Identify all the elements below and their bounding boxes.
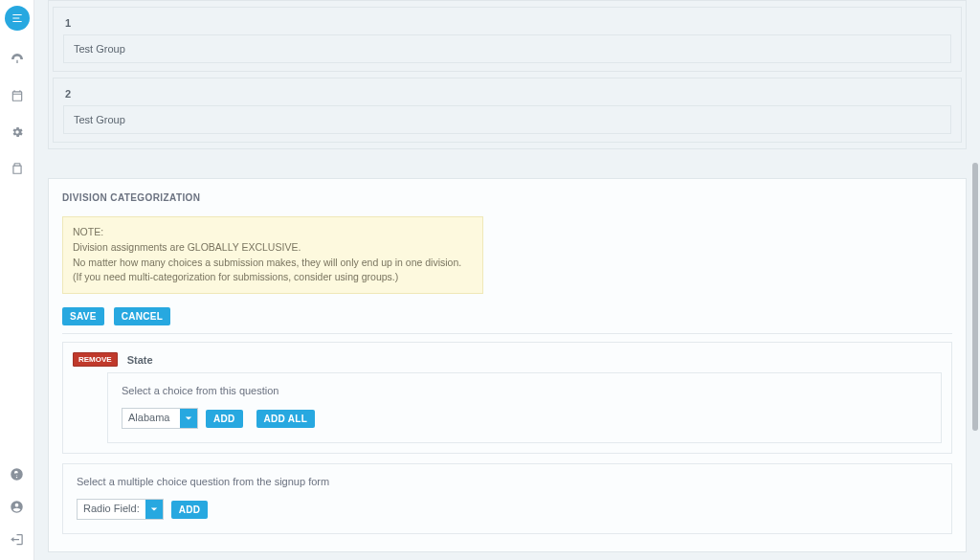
choice-label: Select a choice from this question — [122, 385, 927, 396]
note-line: No matter how many choices a submission … — [73, 256, 473, 271]
note-line: Division assignments are GLOBALLY EXCLUS… — [73, 240, 473, 256]
dashboard-icon[interactable] — [6, 48, 29, 71]
question-label: Select a multiple choice question from t… — [77, 476, 938, 487]
note-label: NOTE: — [73, 225, 473, 240]
user-icon[interactable] — [6, 495, 29, 518]
settings-icon[interactable] — [6, 121, 29, 144]
rule-title: State — [127, 354, 153, 366]
calendar-icon[interactable] — [6, 84, 29, 107]
chevron-down-icon — [145, 500, 163, 519]
division-rule-card: REMOVE State Select a choice from this q… — [62, 342, 952, 454]
add-question-button[interactable]: ADD — [171, 501, 209, 519]
add-all-button[interactable]: ADD ALL — [256, 410, 316, 428]
app-logo-icon[interactable] — [5, 6, 30, 31]
groups-card: 1 2 — [48, 0, 967, 149]
save-button[interactable]: SAVE — [62, 307, 104, 325]
logout-icon[interactable] — [6, 527, 29, 550]
division-categorization-card: DIVISION CATEGORIZATION NOTE: Division a… — [48, 178, 967, 552]
cancel-button[interactable]: CANCEL — [114, 307, 170, 325]
question-block: Select a multiple choice question from t… — [62, 463, 952, 534]
remove-button[interactable]: REMOVE — [73, 352, 118, 367]
group-row: 1 — [53, 7, 962, 72]
clipboard-icon[interactable] — [6, 157, 29, 180]
choice-select-value: Alabama — [122, 409, 180, 428]
group-name-input[interactable] — [63, 34, 951, 63]
main-content: 1 2 DIVISION CATEGORIZATION NOTE: Divisi… — [34, 0, 980, 560]
group-index: 1 — [63, 13, 951, 34]
note-box: NOTE: Division assignments are GLOBALLY … — [62, 216, 483, 294]
group-row: 2 — [53, 78, 962, 143]
question-select-value: Radio Field: — [78, 500, 145, 519]
scrollbar-thumb[interactable] — [972, 163, 978, 431]
chevron-down-icon — [180, 409, 197, 428]
help-icon[interactable] — [6, 462, 29, 485]
section-title: DIVISION CATEGORIZATION — [62, 192, 952, 203]
scrollbar-track[interactable] — [972, 0, 978, 560]
group-name-input[interactable] — [63, 105, 951, 134]
choice-select[interactable]: Alabama — [122, 408, 198, 429]
action-buttons: SAVE CANCEL — [62, 307, 952, 325]
note-line: (If you need multi-categorization for su… — [73, 270, 473, 285]
question-select[interactable]: Radio Field: — [77, 499, 164, 520]
sidebar-nav — [0, 0, 34, 560]
choice-block: Select a choice from this question Alaba… — [107, 372, 942, 443]
add-choice-button[interactable]: ADD — [206, 410, 243, 428]
divider — [62, 333, 952, 334]
group-index: 2 — [63, 84, 951, 105]
